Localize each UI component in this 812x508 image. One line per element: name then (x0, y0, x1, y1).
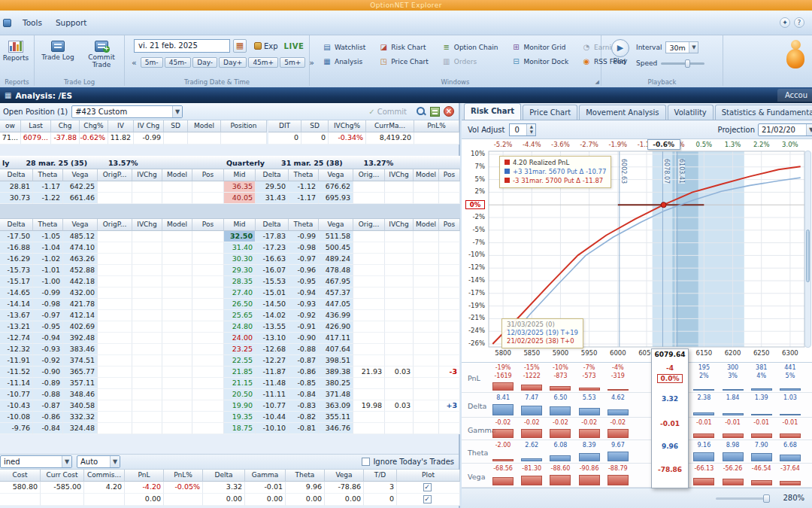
chain-row[interactable]: -10.43-0.87340.58 (0, 400, 224, 412)
trade-log-button[interactable]: Trade Log (38, 38, 78, 62)
plot-checkbox[interactable]: ✓ (423, 483, 432, 491)
totals-row[interactable]: 580.80-585.004.20-4.20-0.05%3.32-0.019.9… (0, 482, 460, 494)
chain-row[interactable]: -16.29-1.02463.26 (0, 254, 224, 265)
chain-row[interactable]: -15.17-1.00442.18 (0, 276, 224, 287)
summary-row[interactable]: 00-0.34%8,419.20 (268, 132, 459, 144)
chain-row[interactable]: 28.35-15.53-0.95467.95 (224, 276, 460, 287)
reports-button[interactable]: Reports (0, 38, 36, 63)
play-button[interactable]: ▶ Play (607, 39, 633, 65)
commit-trade-button[interactable]: + Commit Trade (81, 38, 122, 70)
chain-row[interactable]: 21.85-11.87-0.86389.3821.930.03-3 (224, 367, 460, 378)
chain-row[interactable]: 18.75-10.10-0.81346.76 (224, 423, 460, 434)
chain-row[interactable]: 26.50-14.50-0.93447.05 (224, 299, 460, 310)
help-icon[interactable]: ? (794, 17, 804, 28)
chain-row[interactable]: -14.14-0.98421.78 (0, 299, 224, 310)
chain-row[interactable]: 30.30-16.63-0.97489.24 (224, 254, 460, 265)
chain-row[interactable]: -12.74-0.94392.48 (0, 333, 224, 344)
chain-row[interactable]: -17.50-1.05485.12 (0, 231, 224, 242)
zoom-slider-thumb[interactable] (763, 494, 770, 503)
chain-row[interactable]: 31.40-17.23-0.98500.45 (224, 242, 460, 254)
plot-checkbox[interactable]: ✓ (423, 495, 432, 503)
chain-row[interactable]: 24.00-13.10-0.90417.11 (224, 333, 460, 344)
totals-row[interactable]: 0.000.000.000.000.000✓ (0, 494, 460, 506)
nav-day-button[interactable]: Day- (192, 57, 217, 68)
app-icon[interactable] (3, 19, 11, 27)
ribbon-toggle-analysis[interactable]: ▦Analysis (320, 56, 368, 67)
ribbon-toggle-option-chain[interactable]: ≣Option Chain (440, 41, 501, 53)
expiry-header-quarterly[interactable]: Quarterly 31 mar. 25 (38) 13.27% (224, 156, 460, 169)
speed-slider[interactable] (661, 62, 704, 65)
expiry-header-monthly[interactable]: ly 28 mar. 25 (35) 13.57% (0, 156, 224, 169)
calendar-icon[interactable]: ▦ (233, 39, 247, 53)
tab-risk-chart[interactable]: Risk Chart (464, 103, 521, 120)
chart-scrollbar[interactable] (804, 151, 811, 348)
position-selector[interactable]: #423 Custom ▼ (71, 105, 183, 118)
exp-toggle[interactable]: Exp (254, 42, 278, 50)
ignore-checkbox[interactable] (362, 458, 370, 466)
chain-row[interactable]: -13.21-0.95402.69 (0, 321, 224, 333)
nav-5m-button[interactable]: 5m- (141, 57, 163, 68)
ribbon-toggle-watchlist[interactable]: ▤Watchlist (320, 41, 368, 53)
chain-row[interactable]: 25.65-14.02-0.92436.99 (224, 310, 460, 321)
ribbon-toggle-risk-chart[interactable]: ◪Risk Chart (377, 41, 431, 53)
collapsed-strikes-area[interactable] (224, 204, 460, 219)
chain-row[interactable]: -12.32-0.93383.46 (0, 344, 224, 355)
chain-row[interactable]: -15.73-1.01452.88 (0, 265, 224, 276)
nav-5m-button[interactable]: 5m+ (280, 57, 305, 68)
ribbon-toggle-monitor-grid[interactable]: ⊞Monitor Grid (509, 41, 571, 53)
tab-account[interactable]: Accou (777, 89, 812, 102)
menu-support[interactable]: Support (49, 16, 94, 29)
chart-scrollbar-thumb[interactable] (806, 230, 810, 282)
trading-date-input[interactable]: vi. 21 feb. 2025 (134, 39, 230, 53)
chain-row[interactable]: 30.73-1.22661.46 (0, 193, 224, 204)
chain-row[interactable]: -10.77-0.88348.46 (0, 389, 224, 400)
chain-row[interactable]: 21.15-11.48-0.85380.25 (224, 378, 460, 389)
chain-row[interactable]: -9.76-0.84324.48 (0, 423, 224, 434)
chain-row[interactable]: 19.90-10.77-0.83363.0919.980.03+3 (224, 400, 460, 412)
projection-date-input[interactable]: 21/02/20 ▼ (758, 123, 812, 136)
chain-row[interactable]: 28.81-1.17642.25 (0, 181, 224, 193)
chain-row[interactable]: 32.50-17.83-0.99511.58 (224, 231, 460, 242)
search-icon[interactable] (416, 106, 426, 117)
chain-row[interactable]: -11.91-0.92374.51 (0, 355, 224, 367)
chain-row[interactable]: -14.65-0.99432.00 (0, 287, 224, 299)
chain-row[interactable]: 22.55-12.27-0.87398.51 (224, 355, 460, 367)
chain-row[interactable]: -13.67-0.97412.14 (0, 310, 224, 321)
tip-icon[interactable]: ✦ (780, 17, 790, 28)
nav-day-button[interactable]: Day+ (219, 57, 247, 68)
tab-statistics-fundamentals[interactable]: Statistics & Fundamentals (715, 105, 812, 120)
nav-45m-button[interactable]: 45m- (165, 57, 191, 68)
menu-tools[interactable]: Tools (16, 16, 49, 29)
close-position-icon[interactable]: × (444, 106, 454, 117)
tab-volatility[interactable]: Volatility (668, 105, 714, 120)
tab-movement-analysis[interactable]: Movement Analysis (579, 105, 665, 120)
combined-selector[interactable]: ined ▼ (0, 455, 72, 468)
ribbon-toggle-monitor-dock[interactable]: ⊟Monitor Dock (509, 56, 571, 67)
chain-row[interactable]: 19.35-10.44-0.82355.11 (224, 412, 460, 423)
collapsed-strikes-area[interactable] (0, 204, 224, 219)
chain-row[interactable]: 27.40-15.01-0.94457.37 (224, 287, 460, 299)
chain-row[interactable]: 29.30-16.07-0.96478.48 (224, 265, 460, 276)
chain-row[interactable]: 23.25-12.68-0.88407.64 (224, 344, 460, 355)
vol-adjust-stepper[interactable]: 0 ▲▼ (509, 123, 536, 136)
grid-view-icon[interactable] (430, 107, 440, 117)
summary-row[interactable]: 71...6079...-37.88-0.62%11.82-0.99 (0, 132, 267, 144)
chain-row[interactable]: 20.50-11.11-0.84371.48 (224, 389, 460, 400)
chain-row[interactable]: -11.14-0.89357.11 (0, 378, 224, 389)
chain-row[interactable]: -11.52-0.90365.77 (0, 367, 224, 378)
step-back-icon[interactable]: « (129, 58, 139, 68)
auto-selector[interactable]: Auto ▼ (77, 455, 120, 468)
tab-price-chart[interactable]: Price Chart (523, 105, 577, 120)
nav-45m-button[interactable]: 45m+ (248, 57, 278, 68)
chain-row[interactable]: -16.88-1.04474.10 (0, 242, 224, 254)
stepper-arrows-icon[interactable]: ▲▼ (526, 124, 535, 135)
risk-chart[interactable]: 6002.636078.076103.41-5.2%-4.4%-3.6%-2.7… (462, 139, 812, 363)
chain-row[interactable]: 36.3529.50-1.12676.62 (224, 181, 460, 193)
interval-select[interactable]: 30m▼ (665, 41, 698, 53)
ribbon-toggle-price-chart[interactable]: ◳Price Chart (377, 56, 431, 67)
ignore-todays-trades-toggle[interactable]: Ignore Today's Trades (362, 458, 454, 466)
chain-row[interactable]: 24.80-13.55-0.91426.90 (224, 321, 460, 333)
chain-row[interactable]: 40.0531.43-1.17695.93 (224, 193, 460, 204)
chain-row[interactable]: -10.08-0.86332.32 (0, 412, 224, 423)
speed-slider-thumb[interactable] (685, 59, 690, 68)
